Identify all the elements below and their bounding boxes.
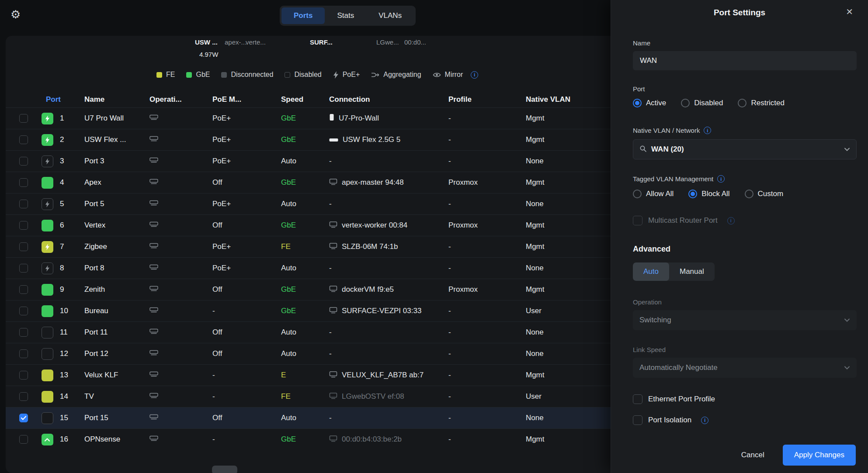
port-status-icon-poe-active bbox=[42, 113, 53, 124]
native-vlan-select[interactable]: WAN (20) bbox=[633, 139, 857, 159]
info-icon[interactable]: i bbox=[717, 175, 725, 183]
row-checkbox[interactable] bbox=[19, 157, 28, 166]
radio-port-state-active[interactable]: Active bbox=[633, 99, 666, 107]
device-label[interactable]: USW ... bbox=[195, 38, 218, 46]
table-row-port-14[interactable]: 14 TV - FE LGwebOSTV ef:08 - User bbox=[6, 386, 611, 407]
port-speed: GbE bbox=[281, 178, 329, 187]
table-row-port-7[interactable]: 7 Zigbee PoE+ FE SLZB-06M 74:1b - Mgmt bbox=[6, 236, 611, 257]
row-checkbox[interactable] bbox=[19, 307, 28, 315]
table-row-port-11[interactable]: 11 Port 11 Off Auto - - None bbox=[6, 321, 611, 343]
row-checkbox[interactable] bbox=[19, 135, 28, 144]
radio-dot bbox=[633, 99, 642, 107]
column-header[interactable]: Connection bbox=[329, 95, 448, 104]
device-label[interactable]: verte... bbox=[246, 38, 266, 46]
info-icon[interactable]: i bbox=[704, 127, 711, 134]
row-checkbox[interactable] bbox=[19, 242, 28, 251]
profile: - bbox=[448, 328, 526, 337]
radio-port-state-disabled[interactable]: Disabled bbox=[681, 99, 723, 107]
operation-select[interactable]: Switching bbox=[633, 310, 857, 330]
column-header[interactable]: Native VLAN bbox=[526, 95, 611, 104]
connection-label: - bbox=[329, 157, 332, 166]
radio-tagged-vlan-allow-all[interactable]: Allow All bbox=[633, 190, 674, 198]
table-row-port-13[interactable]: 13 Velux KLF - E VELUX_KLF_AB7B ab:7 - M… bbox=[6, 364, 611, 386]
connection-label: VELUX_KLF_AB7B ab:7 bbox=[342, 371, 424, 380]
port-table-rows: 1 U7 Pro Wall PoE+ GbE U7-Pro-Wall - Mgm… bbox=[6, 107, 611, 450]
link-speed-select[interactable]: Automatically Negotiate bbox=[633, 358, 857, 378]
column-header[interactable]: Operati... bbox=[149, 95, 212, 104]
horizontal-scrollbar[interactable] bbox=[212, 466, 237, 473]
tab-vlans[interactable]: VLANs bbox=[366, 7, 414, 24]
connection-label: - bbox=[329, 349, 332, 358]
name-input[interactable] bbox=[633, 51, 857, 70]
port-number: 14 bbox=[60, 392, 84, 401]
row-checkbox[interactable] bbox=[19, 285, 28, 294]
gear-icon[interactable]: ⚙ bbox=[10, 9, 21, 20]
row-checkbox[interactable] bbox=[19, 328, 28, 337]
row-checkbox[interactable] bbox=[19, 435, 28, 444]
column-header[interactable]: PoE M... bbox=[212, 95, 281, 104]
table-row-port-5[interactable]: 5 Port 5 PoE+ Auto - - None bbox=[6, 193, 611, 214]
device-label[interactable]: LGwe... bbox=[376, 38, 399, 46]
radio-label: Allow All bbox=[646, 190, 674, 198]
port-status-icon-connected bbox=[42, 284, 53, 296]
port-table-header: PortNameOperati...PoE M...SpeedConnectio… bbox=[6, 92, 611, 107]
cancel-button[interactable]: Cancel bbox=[741, 451, 764, 459]
native-vlan: Mgmt bbox=[526, 135, 611, 144]
row-checkbox[interactable] bbox=[19, 221, 28, 230]
poe-mode: Off bbox=[212, 328, 281, 337]
table-row-port-6[interactable]: 6 Vertex Off GbE vertex-worker 00:84 Pro… bbox=[6, 214, 611, 236]
row-checkbox[interactable] bbox=[19, 349, 28, 358]
info-icon[interactable]: i bbox=[471, 71, 478, 79]
tab-stats[interactable]: Stats bbox=[325, 7, 366, 24]
row-checkbox[interactable] bbox=[19, 178, 28, 187]
row-checkbox[interactable] bbox=[19, 414, 28, 422]
device-label[interactable]: SURF... bbox=[310, 38, 333, 46]
client-device-icon bbox=[329, 371, 337, 380]
table-row-port-10[interactable]: 10 Bureau - GbE SURFACE-VEZPI 03:33 - Us… bbox=[6, 300, 611, 321]
profile: - bbox=[448, 200, 526, 208]
column-header[interactable]: Speed bbox=[281, 95, 329, 104]
table-row-port-16[interactable]: 16 OPNsense - GbE 00:d0:b4:03:be:2b - Mg… bbox=[6, 428, 611, 450]
table-row-port-12[interactable]: 12 Port 12 Off Auto - - None bbox=[6, 343, 611, 364]
advanced-mode-auto[interactable]: Auto bbox=[633, 262, 669, 281]
native-vlan: Mgmt bbox=[526, 221, 611, 230]
table-row-port-15[interactable]: 15 Port 15 Off Auto - - None bbox=[6, 407, 611, 428]
radio-tagged-vlan-custom[interactable]: Custom bbox=[745, 190, 784, 198]
port-isolation-checkbox[interactable]: Port Isolation i bbox=[633, 415, 857, 425]
apply-changes-button[interactable]: Apply Changes bbox=[783, 445, 856, 466]
row-checkbox[interactable] bbox=[19, 264, 28, 273]
device-label[interactable]: apex-... bbox=[225, 38, 247, 46]
operation-icon bbox=[149, 221, 158, 230]
ethernet-port-profile-checkbox[interactable]: Ethernet Port Profile bbox=[633, 394, 857, 404]
legend-item-aggregating: Aggregating bbox=[371, 71, 421, 79]
tab-ports[interactable]: Ports bbox=[281, 7, 325, 24]
row-checkbox[interactable] bbox=[19, 200, 28, 208]
close-icon[interactable]: ✕ bbox=[846, 7, 853, 17]
column-header[interactable]: Profile bbox=[448, 95, 526, 104]
table-row-port-3[interactable]: 3 Port 3 PoE+ Auto - - None bbox=[6, 150, 611, 172]
table-row-port-2[interactable]: 2 USW Flex ... PoE+ GbE USW Flex 2.5G 5 … bbox=[6, 129, 611, 150]
table-row-port-9[interactable]: 9 Zenith Off GbE dockerVM f9:e5 Proxmox … bbox=[6, 279, 611, 300]
radio-tagged-vlan-block-all[interactable]: Block All bbox=[688, 190, 729, 198]
table-row-port-4[interactable]: 4 Apex Off GbE apex-master 94:48 Proxmox… bbox=[6, 172, 611, 193]
profile: - bbox=[448, 157, 526, 166]
table-row-port-1[interactable]: 1 U7 Pro Wall PoE+ GbE U7-Pro-Wall - Mgm… bbox=[6, 107, 611, 129]
row-checkbox[interactable] bbox=[19, 114, 28, 123]
connection: - bbox=[329, 328, 448, 337]
multicast-router-port-checkbox[interactable]: Multicast Router Port i bbox=[633, 216, 857, 225]
table-row-port-8[interactable]: 8 Port 8 PoE+ Auto - - None bbox=[6, 257, 611, 279]
column-header[interactable]: Name bbox=[84, 95, 149, 104]
connection-label: - bbox=[329, 414, 332, 422]
device-label[interactable]: 00:d0... bbox=[404, 38, 426, 46]
port-speed: Auto bbox=[281, 414, 329, 422]
port-speed: Auto bbox=[281, 328, 329, 337]
operation-icon bbox=[149, 135, 158, 144]
advanced-mode-manual[interactable]: Manual bbox=[669, 262, 715, 281]
row-checkbox[interactable] bbox=[19, 392, 28, 401]
connection: LGwebOSTV ef:08 bbox=[329, 392, 448, 401]
connection-label: apex-master 94:48 bbox=[342, 178, 404, 187]
row-checkbox[interactable] bbox=[19, 371, 28, 380]
column-header-port[interactable]: Port bbox=[35, 95, 84, 104]
radio-port-state-restricted[interactable]: Restricted bbox=[738, 99, 785, 107]
info-icon[interactable]: i bbox=[701, 417, 708, 424]
